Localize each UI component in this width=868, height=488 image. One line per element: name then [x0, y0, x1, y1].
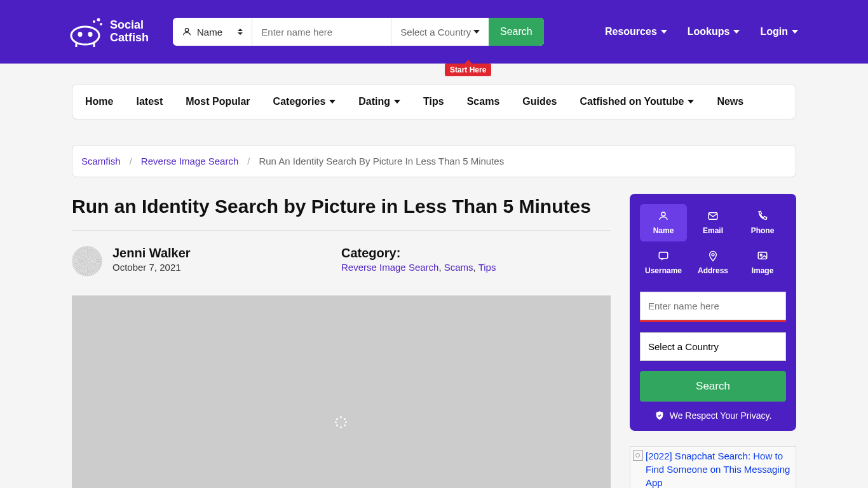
- header-search-bar: Name Select a Country Search: [173, 18, 544, 46]
- search-button[interactable]: Search: [489, 18, 544, 46]
- tab-latest[interactable]: latest: [136, 96, 163, 107]
- sidebar-country-select[interactable]: Select a Country: [640, 332, 786, 361]
- category-link-1[interactable]: Reverse Image Search: [341, 262, 438, 273]
- start-here-badge: Start Here: [445, 64, 491, 76]
- related-link-text: [2022] Snapchat Search: How to Find Some…: [646, 449, 793, 488]
- article-hero-image: [72, 295, 611, 488]
- breadcrumb-current: Run An Identity Search By Picture In Les…: [259, 156, 504, 166]
- tab-home[interactable]: Home: [85, 96, 113, 107]
- category-links: Reverse Image Search, Scams, Tips: [341, 262, 611, 273]
- phone-icon: [757, 210, 768, 222]
- article-date: October 7, 2021: [112, 262, 341, 273]
- svg-rect-13: [758, 252, 767, 259]
- nav-lookups[interactable]: Lookups: [688, 26, 740, 37]
- chevron-down-icon: [733, 30, 740, 34]
- search-tab-name[interactable]: Name: [640, 204, 687, 241]
- country-select[interactable]: Select a Country: [391, 18, 488, 46]
- search-tab-email[interactable]: Email: [689, 204, 736, 241]
- breadcrumb-item-1[interactable]: Scamfish: [81, 156, 121, 166]
- svg-point-1: [97, 18, 100, 22]
- svg-rect-11: [659, 252, 668, 259]
- logo-icon: [70, 17, 105, 47]
- sidebar-search-card: Name Email Phone Username: [630, 194, 796, 431]
- related-article[interactable]: [2022] Snapchat Search: How to Find Some…: [630, 446, 796, 488]
- nav-resources[interactable]: Resources: [605, 26, 667, 37]
- search-type-selector[interactable]: Name: [173, 18, 252, 46]
- svg-point-9: [661, 212, 665, 216]
- logo[interactable]: Social Catfish: [70, 17, 149, 47]
- logo-text-2: Catfish: [110, 32, 149, 44]
- person-icon: [658, 210, 669, 222]
- article: Run an Identity Search by Picture in Les…: [72, 194, 611, 488]
- search-tab-phone[interactable]: Phone: [739, 204, 786, 241]
- search-input[interactable]: [252, 18, 391, 46]
- category-link-3[interactable]: Tips: [478, 262, 496, 273]
- author-name: Jenni Walker: [112, 246, 341, 261]
- search-tab-image[interactable]: Image: [739, 244, 786, 281]
- search-type-label: Name: [197, 27, 222, 37]
- tab-scams[interactable]: Scams: [467, 96, 500, 107]
- sidebar-search-button[interactable]: Search: [640, 371, 786, 402]
- breadcrumb: Scamfish / Reverse Image Search / Run An…: [72, 145, 796, 177]
- chevron-down-icon: [792, 30, 798, 34]
- svg-point-8: [185, 29, 188, 32]
- author-avatar: [72, 246, 102, 276]
- tab-dating[interactable]: Dating: [358, 96, 400, 107]
- breadcrumb-item-2[interactable]: Reverse Image Search: [141, 156, 238, 166]
- logo-text-1: Social: [110, 19, 149, 32]
- category-label: Category:: [341, 246, 611, 261]
- svg-point-3: [71, 27, 99, 44]
- svg-point-14: [760, 254, 762, 256]
- chevron-down-icon: [661, 30, 667, 34]
- chevron-down-icon: [329, 100, 336, 104]
- sidebar: Name Email Phone Username: [630, 194, 796, 488]
- person-icon: [182, 27, 192, 37]
- svg-point-12: [712, 254, 714, 256]
- tab-news[interactable]: News: [717, 96, 743, 107]
- svg-point-0: [93, 20, 95, 23]
- pin-icon: [707, 250, 719, 262]
- chevron-down-icon: [394, 100, 400, 104]
- chevron-down-icon: [688, 100, 694, 104]
- tab-most-popular[interactable]: Most Popular: [186, 96, 250, 107]
- country-label: Select a Country: [400, 27, 471, 37]
- privacy-text: We Respect Your Privacy.: [640, 410, 786, 421]
- image-icon: [757, 250, 768, 262]
- email-icon: [707, 210, 719, 222]
- tab-guides[interactable]: Guides: [522, 96, 557, 107]
- broken-image-icon: [633, 451, 643, 461]
- search-tab-address[interactable]: Address: [689, 244, 736, 281]
- loading-spinner-icon: [335, 416, 348, 429]
- chat-icon: [658, 250, 669, 262]
- sidebar-search-input[interactable]: [640, 292, 786, 320]
- category-link-2[interactable]: Scams: [444, 262, 473, 273]
- svg-point-4: [78, 32, 83, 37]
- tab-tips[interactable]: Tips: [423, 96, 444, 107]
- tab-categories[interactable]: Categories: [273, 96, 336, 107]
- svg-point-5: [88, 32, 93, 37]
- article-title: Run an Identity Search by Picture in Les…: [72, 194, 611, 219]
- svg-point-2: [100, 23, 102, 25]
- shield-icon: [654, 410, 665, 421]
- search-tab-username[interactable]: Username: [640, 244, 687, 281]
- nav-login[interactable]: Login: [760, 26, 798, 37]
- chevron-down-icon: [473, 30, 480, 34]
- tab-catfished[interactable]: Catfished on Youtube: [580, 96, 695, 107]
- category-tabs: Home latest Most Popular Categories Dati…: [72, 84, 796, 119]
